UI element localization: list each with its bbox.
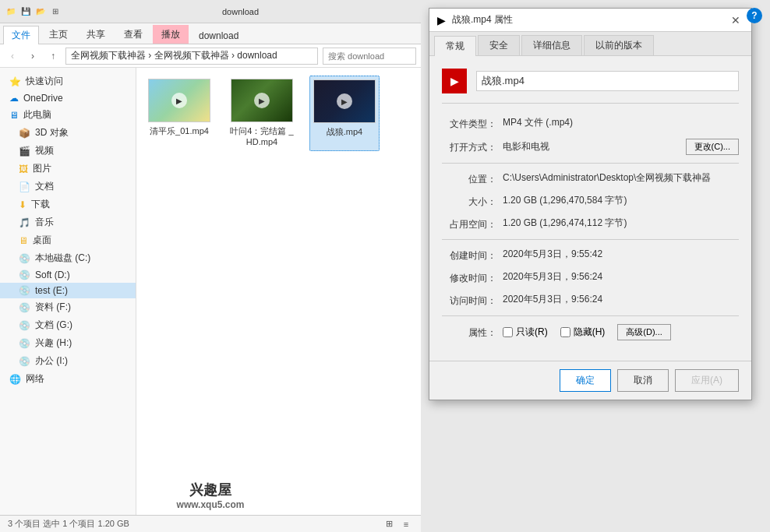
prop-label-accessed: 访问时间：	[442, 293, 496, 308]
forward-button[interactable]: ›	[25, 48, 41, 64]
sidebar-item-docs[interactable]: 📄 文档	[0, 178, 136, 196]
dialog-tab-previous[interactable]: 以前的版本	[584, 35, 654, 55]
dialog-title-bar: ▶ 战狼.mp4 属性 ✕	[429, 9, 751, 32]
prop-label-modified: 修改时间：	[442, 270, 496, 285]
window-title: download	[65, 7, 416, 16]
ok-button[interactable]: 确定	[560, 369, 611, 392]
checkbox-readonly-label: 只读(R)	[516, 326, 548, 339]
prop-row-modified: 修改时间： 2020年5月3日，9:56:24	[442, 270, 739, 285]
file-icon-large: ▶	[442, 69, 467, 93]
dialog-footer: 确定 取消 应用(A)	[429, 361, 751, 400]
drive-d-icon: 💿	[19, 270, 30, 280]
prop-value-size: 1.20 GB (1,296,470,584 字节)	[503, 194, 739, 207]
prop-value-modified: 2020年5月3日，9:56:24	[503, 270, 739, 284]
tab-file[interactable]: 文件	[3, 26, 39, 44]
back-button[interactable]: ‹	[5, 48, 20, 64]
drive-f-icon: 💿	[19, 302, 30, 313]
prop-label-filetype: 文件类型：	[442, 116, 496, 131]
sidebar-item-pictures[interactable]: 🖼 图片	[0, 160, 136, 178]
dialog-tab-details[interactable]: 详细信息	[521, 35, 582, 55]
sidebar: ⭐ 快速访问 ☁ OneDrive 🖥 此电脑 📦 3D 对象 🎬 视频 🖼	[0, 68, 136, 515]
file-area: ▶ 清平乐_01.mp4 ▶ 叶问4：完结篇 _HD.mp4	[136, 68, 421, 515]
save-icon[interactable]: 💾	[19, 5, 32, 18]
new-folder-icon[interactable]: 📂	[34, 5, 47, 18]
cancel-button[interactable]: 取消	[617, 369, 669, 392]
file-name-field[interactable]	[476, 71, 739, 91]
play-icon-2: ▶	[254, 93, 270, 108]
properties-icon[interactable]: ⊞	[49, 5, 62, 18]
dialog-tabs: 常规 安全 详细信息 以前的版本	[429, 32, 751, 56]
drive-e-icon: 💿	[19, 285, 30, 296]
file-thumbnail-2: ▶	[231, 79, 293, 122]
file-item-2[interactable]: ▶ 叶问4：完结篇 _HD.mp4	[227, 76, 297, 151]
address-path[interactable]: 全网视频下载神器 › 全网视频下载神器 › download	[65, 48, 318, 65]
file-item-3[interactable]: ▶ 战狼.mp4	[309, 76, 380, 151]
prop-value-filetype: MP4 文件 (.mp4)	[503, 116, 739, 129]
view-tiles-btn[interactable]: ⊞	[382, 517, 396, 531]
tab-share[interactable]: 共享	[78, 25, 114, 44]
prop-label-location: 位置：	[442, 171, 496, 186]
sidebar-item-drive-i[interactable]: 💿 办公 (I:)	[0, 352, 136, 370]
play-icon-3: ▶	[337, 93, 352, 109]
status-right: ⊞ ≡	[382, 517, 413, 531]
sidebar-item-network[interactable]: 🌐 网络	[0, 370, 136, 388]
file-name-2: 叶问4：完结篇 _HD.mp4	[230, 125, 294, 148]
view-list-btn[interactable]: ≡	[399, 517, 413, 531]
prop-row-location: 位置： C:\Users\Administrator\Desktop\全网视频下…	[442, 171, 739, 186]
sidebar-item-drive-f[interactable]: 💿 资料 (F:)	[0, 298, 136, 316]
tab-view[interactable]: 查看	[115, 25, 151, 44]
sidebar-item-drive-g[interactable]: 💿 文档 (G:)	[0, 316, 136, 334]
status-text: 3 个项目 选中 1 个项目 1.20 GB	[8, 518, 129, 530]
file-item-1[interactable]: ▶ 清平乐_01.mp4	[144, 76, 214, 151]
music-icon: 🎵	[19, 217, 30, 228]
media-icon: ▶	[450, 75, 459, 87]
title-bar-icons: 📁 💾 📂 ⊞	[5, 5, 62, 18]
sidebar-item-quick-access[interactable]: ⭐ 快速访问	[0, 72, 136, 90]
sidebar-item-drive-h[interactable]: 💿 兴趣 (H:)	[0, 334, 136, 352]
dialog-body: ▶ 文件类型： MP4 文件 (.mp4) 打开方式： 电影和电视 更改(C).…	[429, 56, 751, 361]
advanced-button[interactable]: 高级(D)...	[617, 324, 670, 340]
prop-label-openwith: 打开方式：	[442, 139, 496, 154]
apply-button[interactable]: 应用(A)	[675, 369, 739, 392]
prop-row-size: 大小： 1.20 GB (1,296,470,584 字节)	[442, 194, 739, 209]
checkbox-readonly: 只读(R)	[503, 326, 548, 339]
dialog-tab-general[interactable]: 常规	[434, 36, 476, 56]
separator-2	[442, 239, 739, 240]
tab-download[interactable]: download	[190, 27, 247, 44]
sidebar-item-downloads[interactable]: ⬇ 下载	[0, 196, 136, 213]
prop-row-openwith: 打开方式： 电影和电视 更改(C)...	[442, 139, 739, 155]
status-bar: 3 个项目 选中 1 个项目 1.20 GB ⊞ ≡	[0, 515, 421, 532]
sidebar-item-drive-d[interactable]: 💿 Soft (D:)	[0, 267, 136, 283]
sidebar-item-desktop[interactable]: 🖥 桌面	[0, 231, 136, 249]
prop-value-created: 2020年5月3日，9:55:42	[503, 248, 739, 261]
cloud-icon: ☁	[9, 93, 19, 104]
prop-row-filetype: 文件类型： MP4 文件 (.mp4)	[442, 116, 739, 131]
sidebar-item-drive-e[interactable]: 💿 test (E:)	[0, 283, 136, 298]
sidebar-item-video[interactable]: 🎬 视频	[0, 142, 136, 160]
prop-label-disksize: 占用空间：	[442, 217, 496, 231]
separator-1	[442, 163, 739, 164]
search-input[interactable]	[323, 48, 416, 65]
dialog-close-button[interactable]: ✕	[728, 12, 744, 28]
tab-video-tools[interactable]: 播放	[153, 25, 189, 44]
video-folder-icon: 🎬	[19, 146, 30, 157]
checkbox-hidden-input[interactable]	[560, 327, 570, 337]
up-button[interactable]: ↑	[45, 48, 61, 64]
change-app-button[interactable]: 更改(C)...	[686, 139, 739, 155]
sidebar-item-onedrive[interactable]: ☁ OneDrive	[0, 90, 136, 106]
checkbox-hidden-label: 隐藏(H)	[574, 326, 606, 339]
tab-home[interactable]: 主页	[41, 25, 76, 44]
title-bar: 📁 💾 📂 ⊞ download	[0, 0, 421, 23]
file-name-1: 清平乐_01.mp4	[150, 125, 209, 136]
sidebar-item-drive-c[interactable]: 💿 本地磁盘 (C:)	[0, 249, 136, 267]
file-info-header: ▶	[442, 69, 739, 104]
star-icon: ⭐	[9, 76, 21, 87]
dialog-tab-security[interactable]: 安全	[478, 35, 520, 55]
file-grid: ▶ 清平乐_01.mp4 ▶ 叶问4：完结篇 _HD.mp4	[144, 76, 413, 151]
sidebar-item-this-pc[interactable]: 🖥 此电脑	[0, 106, 136, 124]
sidebar-item-3d[interactable]: 📦 3D 对象	[0, 124, 136, 142]
prop-label-size: 大小：	[442, 194, 496, 209]
sidebar-item-music[interactable]: 🎵 音乐	[0, 213, 136, 231]
checkbox-readonly-input[interactable]	[503, 327, 513, 337]
docs-icon: 📄	[19, 181, 30, 192]
